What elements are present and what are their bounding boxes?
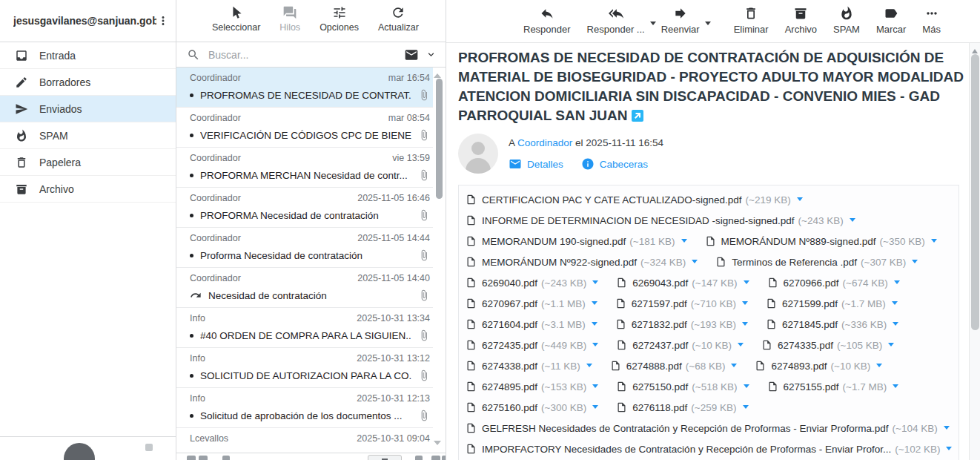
headers-button[interactable]: Cabeceras	[581, 157, 648, 171]
attachment-file[interactable]: IMPORFACTORY Necesidades de Contratación…	[466, 442, 952, 456]
mail-filter-icon[interactable]	[404, 47, 419, 62]
scrollbar-up-icon[interactable]	[972, 46, 978, 53]
attachment-file[interactable]: CERTIFICACION PAC Y CATE ACTUALIZADO-sig…	[466, 193, 803, 206]
account-menu-button[interactable]	[156, 14, 170, 28]
mail-toolbar-button[interactable]: Responder ...	[587, 6, 645, 35]
mail-toolbar-button[interactable]: Archivo	[785, 6, 817, 35]
attachment-menu-caret[interactable]	[592, 301, 597, 308]
attachment-menu-caret[interactable]	[744, 280, 749, 287]
message-list-item[interactable]: Coordinador mar 08:54 VERIFICACIÓN DE CÓ…	[176, 108, 433, 148]
mail-scrollbar[interactable]	[969, 43, 980, 460]
attachment-menu-caret[interactable]	[894, 280, 900, 287]
attachment-menu-caret[interactable]	[738, 343, 744, 349]
mail-toolbar-button[interactable]: SPAM	[833, 6, 860, 35]
message-list-item[interactable]: Info 2025-10-31 13:12 SOLICITUD DE AUTOR…	[176, 348, 433, 388]
attachment-menu-caret[interactable]	[592, 343, 598, 349]
message-list-item[interactable]: Lcevallos 2025-10-31 09:04	[176, 428, 433, 453]
attachment-menu-caret[interactable]	[592, 280, 598, 287]
pagination-page-button[interactable]	[368, 455, 402, 460]
sidebar-folder-item[interactable]: Archivo	[0, 176, 176, 203]
attachment-file[interactable]: 6271597.pdf (~710 KB)	[615, 297, 748, 310]
attachment-menu-caret[interactable]	[592, 384, 598, 391]
mail-toolbar-button[interactable]: Más	[922, 6, 941, 35]
list-toolbar-button[interactable]: Hilos	[279, 5, 300, 33]
list-toolbar-button[interactable]: Seleccionar	[212, 5, 260, 33]
attachment-menu-caret[interactable]	[681, 239, 687, 246]
attachment-file[interactable]: 6275155.pdf (~1.7 MB)	[767, 380, 899, 393]
sidebar-folder-item[interactable]: Enviados	[0, 96, 176, 122]
list-toolbar-button[interactable]: Opciones	[320, 5, 359, 33]
attachment-menu-caret[interactable]	[946, 447, 952, 453]
mail-toolbar-button[interactable]: Marcar	[876, 6, 906, 35]
attachment-menu-caret[interactable]	[692, 260, 698, 266]
attachment-file[interactable]: 6272437.pdf (~10 KB)	[616, 338, 744, 352]
sidebar-folder-item[interactable]: Entrada	[0, 42, 176, 69]
attachment-file[interactable]: 6271832.pdf (~193 KB)	[615, 318, 748, 331]
attachment-menu-caret[interactable]	[893, 322, 898, 329]
dropdown-caret-icon[interactable]	[705, 22, 711, 28]
attachment-file[interactable]: 6270966.pdf (~674 KB)	[767, 276, 900, 289]
list-scrollbar-thumb[interactable]	[436, 79, 443, 199]
attachment-menu-caret[interactable]	[944, 426, 950, 433]
attachment-menu-caret[interactable]	[850, 218, 855, 225]
attachment-menu-caret[interactable]	[592, 322, 597, 329]
attachment-file[interactable]: 6274335.pdf (~105 KB)	[761, 338, 894, 352]
scrollbar-thumb[interactable]	[971, 54, 979, 330]
message-list-item[interactable]: Coordinador mar 16:54 PROFROMAS DE NECES…	[176, 68, 433, 108]
pagination-icon[interactable]	[187, 456, 196, 460]
pagination-icon[interactable]	[415, 456, 423, 460]
mail-toolbar-button[interactable]: Reenviar	[661, 6, 700, 35]
attachment-menu-caret[interactable]	[744, 384, 749, 391]
attachment-menu-caret[interactable]	[931, 239, 937, 246]
attachment-file[interactable]: MEMORÁNDUM Nº922-signed.pdf (~324 KB)	[466, 255, 698, 269]
list-scrollbar-up-icon[interactable]	[434, 70, 441, 78]
message-list-item[interactable]: Coordinador 2025-11-05 14:40 Necesidad d…	[176, 268, 433, 308]
list-scrollbar-down-icon[interactable]	[434, 441, 441, 449]
attachment-file[interactable]: 6272435.pdf (~449 KB)	[466, 338, 598, 352]
attachment-menu-caret[interactable]	[586, 364, 592, 370]
attachment-file[interactable]: 6275160.pdf (~300 KB)	[466, 401, 598, 414]
attachment-file[interactable]: INFORME DE DETERMINACION DE NECESIDAD -s…	[466, 214, 855, 227]
attachment-file[interactable]: 6271845.pdf (~336 KB)	[766, 318, 898, 331]
attachment-file[interactable]: 6269043.pdf (~147 KB)	[616, 276, 749, 289]
attachment-file[interactable]: 6271604.pdf (~3.1 MB)	[466, 318, 597, 331]
attachment-menu-caret[interactable]	[876, 364, 882, 370]
recipient-link[interactable]: Coordinador	[517, 137, 572, 148]
attachment-file[interactable]: 6275150.pdf (~518 KB)	[616, 380, 749, 393]
sidebar-folder-item[interactable]: SPAM	[0, 122, 176, 149]
attachment-file[interactable]: 6276118.pdf (~259 KB)	[616, 401, 748, 414]
attachment-file[interactable]: 6274895.pdf (~153 KB)	[466, 380, 598, 393]
chevron-down-icon[interactable]	[426, 49, 437, 60]
list-toolbar-button[interactable]: Actualizar	[378, 5, 419, 33]
message-list-item[interactable]: Info 2025-10-31 12:13 Solicitud de aprob…	[176, 388, 433, 428]
mail-toolbar-button[interactable]: Responder	[523, 6, 571, 35]
pagination-icon[interactable]	[222, 456, 230, 460]
details-button[interactable]: Detalles	[509, 157, 563, 171]
attachment-menu-caret[interactable]	[912, 260, 918, 266]
pagination-icon[interactable]	[442, 456, 446, 460]
account-bar[interactable]: jesusgavilanes@sanjuan.gob....	[0, 0, 176, 42]
attachment-menu-caret[interactable]	[892, 301, 898, 308]
attachment-file[interactable]: 6274338.pdf (~11 KB)	[466, 359, 592, 372]
footer-mini-icon[interactable]	[145, 444, 153, 451]
message-list-item[interactable]: Coordinador 2025-11-05 14:44 Proforma Ne…	[176, 228, 433, 268]
attachment-menu-caret[interactable]	[731, 364, 737, 370]
user-avatar[interactable]	[64, 443, 95, 460]
attachment-menu-caret[interactable]	[888, 343, 894, 349]
attachment-menu-caret[interactable]	[743, 405, 749, 412]
pagination-icon[interactable]	[431, 456, 440, 460]
attachment-file[interactable]: MEMORANDUM 190-signed.pdf (~181 KB)	[466, 234, 687, 248]
attachment-file[interactable]: 6274888.pdf (~68 KB)	[610, 359, 738, 372]
attachment-file[interactable]: 6269040.pdf (~243 KB)	[466, 276, 598, 289]
attachment-menu-caret[interactable]	[742, 301, 748, 308]
attachment-menu-caret[interactable]	[592, 405, 598, 412]
message-list-item[interactable]: Info 2025-10-31 13:34 #40 ORDEN DE COMPR…	[176, 308, 433, 348]
attachment-file[interactable]: Terminos de Referencia .pdf (~307 KB)	[715, 255, 918, 269]
attachment-file[interactable]: 6274893.pdf (~10 KB)	[755, 359, 882, 372]
attachment-menu-caret[interactable]	[893, 384, 898, 391]
dropdown-caret-icon[interactable]	[650, 22, 656, 28]
attachment-menu-caret[interactable]	[797, 197, 803, 204]
mail-toolbar-button[interactable]: Eliminar	[734, 6, 769, 35]
sidebar-folder-item[interactable]: Papelera	[0, 149, 176, 176]
attachment-file[interactable]: 6270967.pdf (~1.1 MB)	[466, 297, 597, 310]
